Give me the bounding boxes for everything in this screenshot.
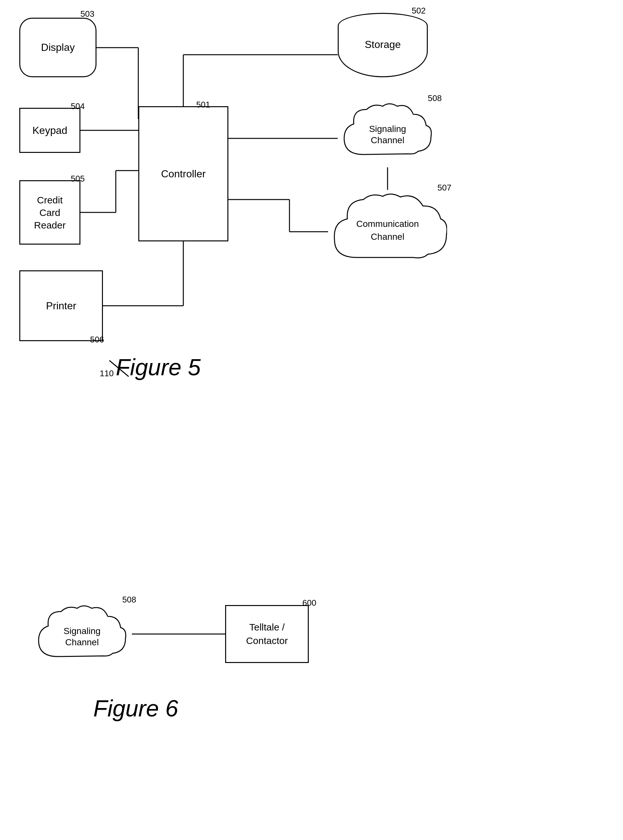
svg-text:Channel: Channel xyxy=(371,232,404,242)
credit-card-label: CreditCardReader xyxy=(34,194,66,231)
controller-node: Controller xyxy=(138,106,229,242)
display-label: Display xyxy=(41,42,75,54)
storage-ref: 502 xyxy=(412,6,425,16)
keypad-label: Keypad xyxy=(32,125,68,137)
storage-node: Storage xyxy=(338,13,428,90)
printer-ref: 506 xyxy=(90,335,104,345)
diagram-container: Storage 502 Display 503 Keypad 504 Credi… xyxy=(0,0,623,840)
signaling-channel-fig5: Signaling Channel xyxy=(338,100,437,167)
figure6-title: Figure 6 xyxy=(93,695,178,722)
svg-text:Signaling: Signaling xyxy=(369,124,406,134)
printer-label: Printer xyxy=(46,300,76,312)
figure5-title: Figure 5 xyxy=(116,354,201,380)
controller-ref: 501 xyxy=(196,100,210,110)
credit-card-node: CreditCardReader xyxy=(19,180,80,245)
svg-text:Signaling: Signaling xyxy=(63,626,100,636)
printer-node: Printer xyxy=(19,270,103,341)
telltale-node: Telltale /Contactor xyxy=(225,605,309,663)
cylinder-body xyxy=(338,26,428,77)
ref-110: 110 xyxy=(100,369,114,378)
comm-channel-fig5: Communication Channel xyxy=(328,190,447,270)
credit-card-ref: 505 xyxy=(71,174,84,184)
storage-label: Storage xyxy=(338,38,428,51)
keypad-node: Keypad xyxy=(19,108,80,153)
display-ref: 503 xyxy=(80,9,94,19)
svg-text:Channel: Channel xyxy=(65,637,99,647)
display-node: Display xyxy=(19,18,97,77)
telltale-label: Telltale /Contactor xyxy=(246,620,288,648)
signaling-channel-fig6-ref: 508 xyxy=(122,595,136,605)
signaling-channel-fig5-ref: 508 xyxy=(428,93,442,103)
svg-text:Communication: Communication xyxy=(356,219,419,229)
controller-label: Controller xyxy=(161,168,206,180)
comm-channel-fig5-ref: 507 xyxy=(437,183,451,193)
svg-text:Channel: Channel xyxy=(371,135,404,145)
keypad-ref: 504 xyxy=(71,102,84,111)
signaling-channel-fig6: Signaling Channel xyxy=(32,602,132,669)
telltale-ref: 600 xyxy=(302,598,316,608)
